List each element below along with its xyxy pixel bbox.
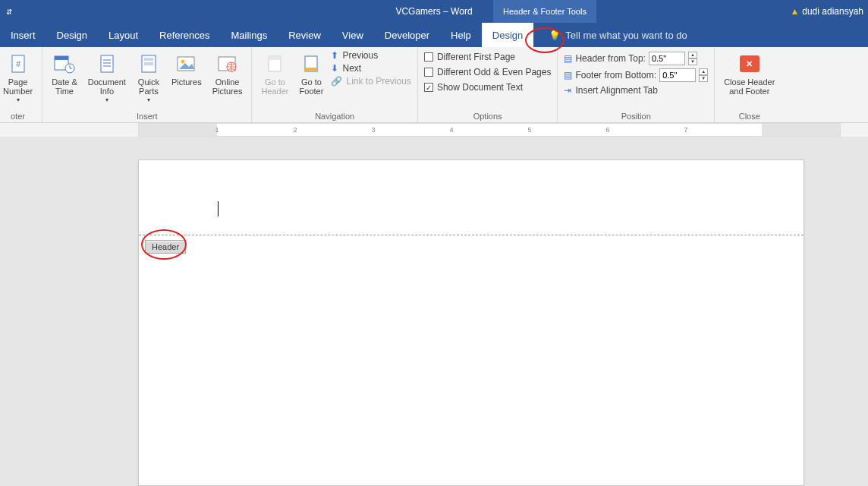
quick-parts-icon [137, 52, 161, 76]
next-label: Next [342, 63, 361, 74]
document-info-label: Document Info [88, 77, 126, 96]
ruler-tick: 3 [371, 126, 375, 134]
header-tag: Header [145, 240, 186, 254]
tab-insert[interactable]: Insert [0, 23, 46, 47]
previous-icon: ⬆ [331, 50, 338, 61]
goto-header-label: Go to Header [261, 77, 288, 96]
ruler-tick: 6 [605, 126, 609, 134]
goto-footer-label: Go to Footer [300, 77, 324, 96]
group-label: oter [0, 110, 36, 121]
group-close: ✕ Close Header and Footer Close [715, 47, 784, 122]
tab-layout[interactable]: Layout [98, 23, 149, 47]
goto-footer-button[interactable]: Go to Footer [296, 50, 326, 97]
page-number-button[interactable]: # Page Number ▾ [0, 50, 36, 106]
tab-design[interactable]: Design [46, 23, 98, 47]
footer-from-bottom-field[interactable]: ▤ Footer from Bottom: ▲▼ [564, 68, 708, 82]
header-top-label: Header from Top: [575, 53, 646, 64]
group-navigation: Go to Header Go to Footer ⬆ Previous ⬇ N… [252, 47, 417, 122]
tab-view[interactable]: View [332, 23, 374, 47]
ruler-tick: 1 [215, 126, 219, 134]
previous-label: Previous [342, 50, 378, 61]
ruler-tick: 2 [293, 126, 297, 134]
group-label: Insert [49, 110, 245, 121]
header-from-top-field[interactable]: ▤ Header from Top: ▲▼ [564, 52, 708, 65]
group-label: Position [564, 110, 708, 121]
tab-review[interactable]: Review [278, 23, 332, 47]
header-top-icon: ▤ [564, 53, 572, 64]
header-boundary [139, 235, 804, 235]
lightbulb-icon: 💡 [549, 30, 561, 41]
ruler-tick: 4 [449, 126, 453, 134]
group-insert: Date & Time Document Info ▾ Quick Parts … [42, 47, 252, 122]
link-previous-button: 🔗 Link to Previous [331, 76, 410, 87]
show-document-text-checkbox[interactable]: ✓ Show Document Text [424, 82, 552, 93]
page-number-label: Page Number [3, 77, 33, 96]
document-page[interactable]: Header [138, 159, 804, 486]
svg-rect-5 [101, 55, 113, 72]
different-first-page-label: Different First Page [437, 52, 515, 62]
svg-point-13 [181, 60, 184, 64]
date-time-label: Date & Time [52, 77, 77, 96]
quick-parts-label: Quick Parts [138, 77, 159, 96]
date-time-button[interactable]: Date & Time [49, 50, 80, 97]
tab-design[interactable]: Design [482, 23, 533, 47]
tab-help[interactable]: Help [440, 23, 482, 47]
different-first-page-checkbox[interactable]: Different First Page [424, 52, 552, 62]
ruler-tick: 5 [527, 126, 531, 134]
tab-mailings[interactable]: Mailings [221, 23, 278, 47]
goto-header-button: Go to Header [258, 50, 291, 97]
group-position: ▤ Header from Top: ▲▼ ▤ Footer from Bott… [558, 47, 715, 122]
pictures-button[interactable]: Pictures [168, 50, 205, 88]
ribbon: # Page Number ▾ oter Date & Time Documen… [0, 47, 868, 123]
spinner-arrows[interactable]: ▲▼ [688, 52, 697, 65]
close-icon: ✕ [740, 55, 760, 72]
title-bar: ⇵ VCGamers – Word Header & Footer Tools … [0, 0, 868, 23]
group-label: Options [424, 110, 552, 121]
document-info-icon [95, 52, 119, 76]
ruler-tick: 7 [684, 126, 687, 134]
chevron-down-icon: ▾ [105, 97, 108, 104]
spinner-arrows[interactable]: ▲▼ [699, 68, 708, 82]
page-number-icon: # [6, 52, 30, 76]
document-info-button[interactable]: Document Info ▾ [85, 50, 129, 106]
goto-header-icon [263, 52, 287, 76]
link-previous-label: Link to Previous [346, 76, 410, 87]
next-icon: ⬇ [331, 63, 338, 74]
show-document-text-label: Show Document Text [437, 82, 523, 93]
close-header-footer-label: Close Header and Footer [724, 77, 775, 96]
account-user[interactable]: ▲ dudi adiansyah [790, 6, 863, 17]
goto-footer-icon [299, 52, 323, 76]
group-label: Navigation [258, 110, 410, 121]
tab-developer[interactable]: Developer [374, 23, 440, 47]
footer-bottom-icon: ▤ [564, 70, 572, 80]
window-title: VCGamers – Word [0, 6, 868, 17]
close-header-footer-button[interactable]: ✕ Close Header and Footer [721, 50, 778, 97]
checkbox-icon [424, 68, 433, 77]
alignment-tab-icon: ⇥ [564, 85, 571, 96]
next-button[interactable]: ⬇ Next [331, 63, 410, 74]
tab-references[interactable]: References [149, 23, 220, 47]
ribbon-tabs: InsertDesignLayoutReferencesMailingsRevi… [0, 23, 868, 47]
different-odd-even-label: Different Odd & Even Pages [437, 67, 552, 77]
svg-text:#: # [16, 59, 21, 68]
online-pictures-label: Online Pictures [212, 77, 243, 96]
online-pictures-button[interactable]: Online Pictures [209, 50, 246, 97]
footer-bottom-label: Footer from Bottom: [575, 70, 656, 80]
svg-rect-10 [144, 58, 153, 61]
svg-rect-11 [144, 62, 153, 65]
insert-alignment-tab-button[interactable]: ⇥ Insert Alignment Tab [564, 85, 708, 96]
warning-icon: ▲ [790, 6, 799, 17]
header-top-input[interactable] [649, 52, 685, 65]
different-odd-even-checkbox[interactable]: Different Odd & Even Pages [424, 67, 552, 77]
online-pictures-icon [215, 52, 240, 76]
svg-rect-17 [269, 56, 281, 60]
tell-me-search[interactable]: 💡 Tell me what you want to do [549, 30, 687, 41]
footer-bottom-input[interactable] [659, 68, 696, 82]
svg-rect-3 [55, 56, 68, 60]
quick-parts-button[interactable]: Quick Parts ▾ [134, 50, 164, 106]
user-name: dudi adiansyah [802, 6, 863, 17]
checkbox-checked-icon: ✓ [424, 83, 433, 92]
previous-button[interactable]: ⬆ Previous [331, 50, 410, 61]
date-time-icon [52, 52, 77, 76]
horizontal-ruler[interactable]: 1234567 [0, 123, 868, 137]
